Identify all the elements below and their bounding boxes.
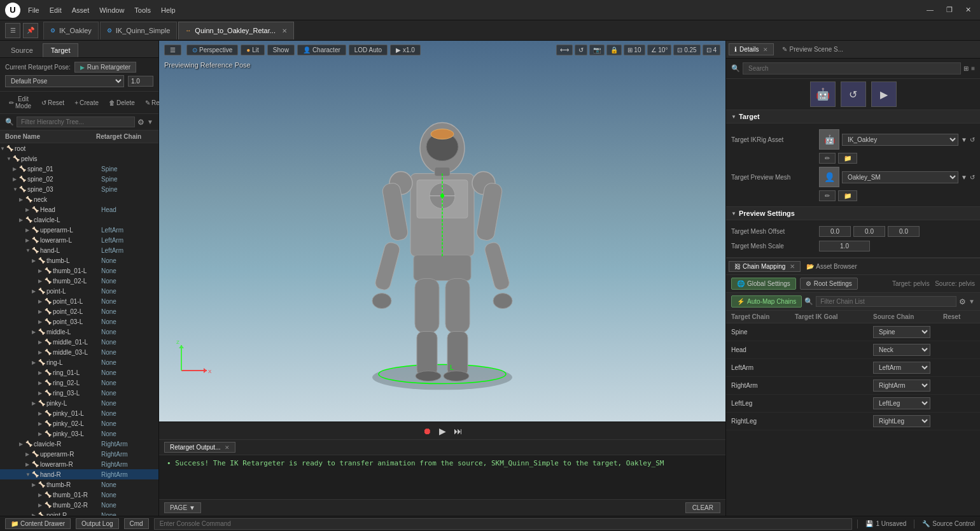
view-btn[interactable]: ⊡ 4 [703,45,720,55]
bone-row-ring-L[interactable]: ▶🦴ring-LNone [0,357,158,367]
bone-row-pinky_01-L[interactable]: ▶🦴pinky_01-LNone [0,408,158,418]
ik-rig-edit-btn[interactable]: ✏ [819,153,836,164]
tab-ik-oakley[interactable]: ⚙ IK_Oakley [43,22,99,39]
chain-source-Head[interactable]: Neck [873,344,943,356]
bone-row-hand-L[interactable]: ▼🦴hand-LLeftArm [0,245,158,255]
bone-expand-middle_03-L[interactable]: ▶ [38,350,45,355]
bone-expand-thumb_01-R[interactable]: ▶ [38,492,45,498]
chain-source-LeftArm[interactable]: LeftArm [873,362,943,374]
bone-expand-point_02-L[interactable]: ▶ [38,309,45,315]
bone-row-thumb-L[interactable]: ▶🦴thumb-LNone [0,255,158,266]
pin-btn[interactable]: 📌 [23,23,38,38]
bone-row-middle-L[interactable]: ▶🦴middle-LNone [0,327,158,337]
ik-rig-select[interactable]: IK_Oakley [842,134,958,146]
menu-tools[interactable]: Tools [134,6,151,14]
preview-mesh-folder-btn[interactable]: 📁 [838,190,857,201]
bone-expand-ring_03-L[interactable]: ▶ [38,390,45,396]
bone-expand-clavicle-R[interactable]: ▶ [19,441,25,447]
bone-expand-spine_03[interactable]: ▼ [13,187,19,192]
target-tab[interactable]: Target [43,43,79,57]
grid-btn[interactable]: ⊞ 10 [624,45,645,55]
speed-btn[interactable]: ▶ x1.0 [390,45,421,55]
chain-source-select-RightLeg[interactable]: RightLeg [873,415,930,427]
page-btn[interactable]: PAGE ▼ [164,502,201,513]
preview-mesh-reset-btn[interactable]: ↺ [970,174,975,181]
menu-edit[interactable]: Edit [50,6,62,14]
filter-settings-btn[interactable]: ⚙ [137,118,144,127]
bone-expand-thumb_01-L[interactable]: ▶ [38,268,45,274]
console-input[interactable] [154,518,853,530]
bone-row-thumb_01-L[interactable]: ▶🦴thumb_01-LNone [0,266,158,276]
bone-expand-thumb_02-L[interactable]: ▶ [38,278,45,284]
bone-row-pinky_03-L[interactable]: ▶🦴pinky_03-LNone [0,428,158,439]
chain-filter-input[interactable] [816,296,956,307]
bone-expand-pelvis[interactable]: ▼ [6,156,13,162]
offset-y-input[interactable] [853,226,885,237]
bone-row-thumb-R[interactable]: ▶🦴thumb-RNone [0,479,158,490]
bone-expand-point_01-L[interactable]: ▶ [38,299,45,304]
bone-expand-spine_01[interactable]: ▶ [13,166,19,172]
chain-source-select-Spine[interactable]: Spine [873,326,930,338]
bone-row-point-R[interactable]: ▶🦴point-RNone [0,510,158,516]
bone-expand-thumb_02-R[interactable]: ▶ [38,502,45,508]
menu-asset[interactable]: Asset [72,6,90,14]
bone-row-upperarm-R[interactable]: ▶🦴upperarm-RRightArm [0,449,158,459]
bone-row-thumb_01-R[interactable]: ▶🦴thumb_01-RNone [0,490,158,500]
chain-source-Spine[interactable]: Spine [873,326,943,338]
bone-row-middle_01-L[interactable]: ▶🦴middle_01-LNone [0,337,158,347]
tab-retarget[interactable]: ↔ Quinn_to_Oakley_Retar... ✕ [178,22,294,39]
details-list-btn[interactable]: ≡ [971,65,975,72]
chain-mapping-tab[interactable]: ⛓ Chain Mapping ✕ [729,261,801,272]
bone-row-lowerarm-L[interactable]: ▶🦴lowerarm-LLeftArm [0,235,158,245]
details-grid-btn[interactable]: ⊞ [963,65,969,72]
tab-close-btn[interactable]: ✕ [282,27,287,34]
bone-row-clavicle-L[interactable]: ▶🦴clavicle-L [0,215,158,225]
offset-z-input[interactable] [888,226,920,237]
bone-expand-upperarm-R[interactable]: ▶ [25,451,32,457]
bone-expand-lowerarm-R[interactable]: ▶ [25,462,32,467]
bone-expand-thumb-R[interactable]: ▶ [32,482,38,488]
bone-expand-ring_02-L[interactable]: ▶ [38,380,45,386]
bone-expand-point_03-L[interactable]: ▶ [38,319,45,325]
bone-row-thumb_02-L[interactable]: ▶🦴thumb_02-LNone [0,276,158,286]
bone-expand-pinky_02-L[interactable]: ▶ [38,421,45,427]
bone-expand-ring_01-L[interactable]: ▶ [38,370,45,376]
minimize-btn[interactable]: — [923,4,937,15]
chain-source-select-LeftArm[interactable]: LeftArm [873,362,930,374]
chain-gear-btn[interactable]: ⚙ [959,297,966,306]
bone-expand-pinky_01-L[interactable]: ▶ [38,411,45,416]
maximize-btn[interactable]: ❐ [942,4,956,15]
menu-window[interactable]: Window [99,6,124,14]
lit-btn[interactable]: ● Lit [241,45,265,55]
source-tab[interactable]: Source [3,43,41,57]
ik-rig-reset-btn[interactable]: ↺ [970,136,975,143]
record-btn[interactable]: ⏺ [421,425,433,437]
edit-mode-btn[interactable]: ✏ Edit Mode [5,94,35,111]
bone-row-clavicle-R[interactable]: ▶🦴clavicle-RRightArm [0,439,158,449]
preview-settings-header[interactable]: ▼ Preview Settings [726,207,980,220]
bone-expand-neck[interactable]: ▶ [19,197,25,202]
chain-expand-btn[interactable]: ▼ [969,298,975,305]
bone-row-spine_02[interactable]: ▶🦴spine_02Spine [0,174,158,184]
bone-expand-point-L[interactable]: ▶ [32,288,38,294]
preview-mesh-select[interactable]: Oakley_SM [842,171,958,183]
angle-btn[interactable]: ∠ 10° [647,45,672,55]
cmd-btn[interactable]: Cmd [124,518,149,529]
bone-expand-hand-R[interactable]: ▼ [25,472,32,478]
scale-input[interactable] [819,241,870,251]
bone-expand-lowerarm-L[interactable]: ▶ [25,237,32,243]
bone-expand-root[interactable]: ▼ [0,146,6,152]
details-tab[interactable]: ℹ Details ✕ [729,43,774,55]
bone-row-point_03-L[interactable]: ▶🦴point_03-LNone [0,316,158,327]
bone-expand-clavicle-L[interactable]: ▶ [19,217,25,223]
snap-btn[interactable]: 🔒 [606,45,622,55]
output-log-btn[interactable]: Output Log [76,518,118,529]
content-drawer-btn[interactable]: 📁 Content Drawer [5,518,71,529]
bone-expand-hand-L[interactable]: ▼ [25,248,32,253]
offset-x-input[interactable] [819,226,851,237]
details-search-input[interactable] [743,62,961,74]
chain-source-RightLeg[interactable]: RightLeg [873,415,943,427]
bone-row-root[interactable]: ▼🦴root [0,143,158,153]
chain-mapping-close[interactable]: ✕ [790,263,795,270]
bone-row-pinky_02-L[interactable]: ▶🦴pinky_02-LNone [0,418,158,428]
